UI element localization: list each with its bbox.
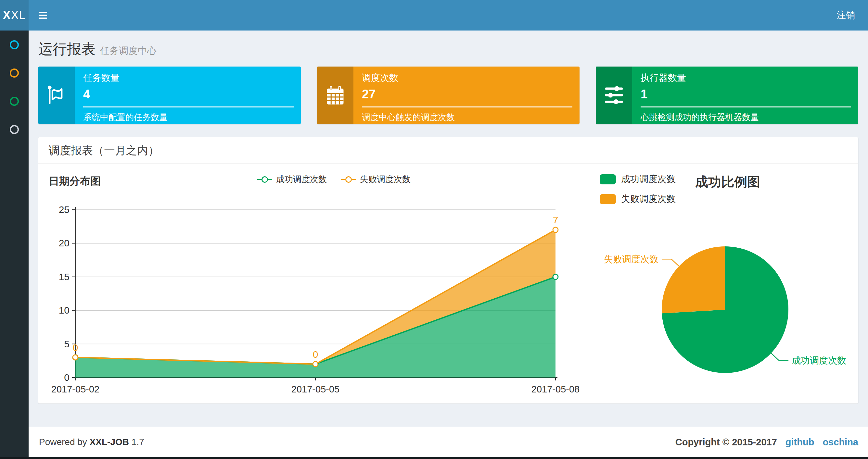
stat-value: 1	[641, 87, 851, 101]
hamburger-icon	[39, 12, 47, 13]
powered-by-text: Powered by XXL-JOB 1.7	[29, 437, 144, 447]
navbar-content: 注销	[29, 0, 868, 31]
oschina-link[interactable]: oschina	[823, 437, 858, 448]
calendar-icon	[317, 67, 353, 124]
stat-description: 调度中心触发的调度次数	[362, 112, 572, 123]
stat-value: 27	[362, 87, 572, 101]
copyright-text: Copyright © 2015-2017	[675, 437, 777, 448]
stat-divider	[83, 106, 294, 107]
stat-description: 系统中配置的任务数量	[83, 112, 294, 123]
success-ratio-pie: 成功调度次数失败调度次数	[604, 247, 846, 373]
github-link[interactable]: github	[785, 437, 814, 448]
page-footer: Powered by XXL-JOB 1.7 Copyright © 2015-…	[29, 427, 868, 457]
app-logo-light: XL	[11, 8, 26, 22]
app-logo-bold: X	[3, 8, 11, 22]
fail-point-label: 0	[313, 349, 318, 360]
stat-label: 任务数量	[83, 72, 294, 84]
y-axis-label: 15	[59, 271, 69, 282]
y-axis-label: 25	[59, 204, 69, 215]
bottom-edge-strip	[0, 457, 868, 459]
pie-label-line	[662, 259, 679, 266]
sidebar-item-2-circle-outline-icon[interactable]	[10, 97, 19, 106]
sidebar-item-0-circle-outline-icon[interactable]	[10, 40, 19, 50]
stat-box-executors: 执行器数量 1 心跳检测成功的执行器机器数量	[596, 67, 858, 124]
fail-point	[313, 362, 318, 367]
stat-description: 心跳检测成功的执行器机器数量	[641, 112, 851, 123]
x-axis-label: 2017-05-02	[51, 384, 99, 394]
logout-link[interactable]: 注销	[824, 0, 868, 31]
stat-divider	[362, 106, 572, 107]
flag-icon	[38, 67, 75, 124]
x-axis-label: 2017-05-08	[531, 384, 580, 394]
stat-value: 4	[83, 87, 294, 101]
fail-point-label: 7	[553, 215, 558, 225]
fail-point	[553, 227, 558, 232]
pie-slice-label: 成功调度次数	[792, 356, 846, 365]
pie-slice-label: 失败调度次数	[604, 254, 658, 264]
sidebar-item-3-circle-outline-icon[interactable]	[10, 125, 19, 134]
stat-label: 执行器数量	[641, 72, 851, 84]
x-axis-label: 2017-05-05	[291, 384, 339, 394]
fail-point-label: 0	[73, 342, 78, 353]
app-logo[interactable]: XXL	[0, 0, 29, 31]
top-navbar: XXL 注销	[0, 0, 868, 31]
pie-slice	[662, 247, 725, 313]
page-subtitle: 任务调度中心	[100, 45, 157, 56]
fail-point	[73, 355, 78, 360]
stat-label: 调度次数	[362, 72, 572, 84]
success-point	[553, 274, 558, 280]
y-axis-label: 5	[64, 338, 69, 349]
sidebar	[0, 31, 29, 457]
product-name: XXL-JOB	[90, 437, 129, 447]
stat-box-jobs: 任务数量 4 系统中配置的任务数量	[38, 67, 301, 124]
page-title: 运行报表	[38, 41, 95, 57]
stat-divider	[641, 106, 851, 107]
sidebar-toggle-button[interactable]	[29, 0, 57, 31]
pie-label-line	[771, 353, 788, 360]
date-distribution-chart: 05101520252017-05-022017-05-052017-05-08…	[51, 204, 580, 394]
stat-box-triggers: 调度次数 27 调度中心触发的调度次数	[317, 67, 580, 124]
y-axis-label: 20	[59, 238, 69, 248]
charts-canvas: 05101520252017-05-022017-05-052017-05-08…	[38, 138, 858, 404]
report-panel-body: 日期分布图 成功调度次数 失败调度次数 成功调度次数 失败调	[38, 164, 858, 403]
sidebar-menu	[0, 31, 29, 134]
stat-row: 任务数量 4 系统中配置的任务数量	[38, 67, 858, 124]
report-panel: 调度报表（一月之内） 日期分布图 成功调度次数 失败调度次数 成功调度次数	[38, 137, 858, 403]
page-header: 运行报表任务调度中心	[29, 31, 868, 59]
y-axis-label: 10	[59, 305, 69, 316]
sidebar-item-1-circle-outline-icon[interactable]	[10, 68, 19, 77]
content-area: 运行报表任务调度中心 任务数量 4 系统中配置的任务数量	[29, 31, 868, 59]
sliders-icon	[596, 67, 632, 124]
y-axis-label: 0	[64, 372, 69, 383]
